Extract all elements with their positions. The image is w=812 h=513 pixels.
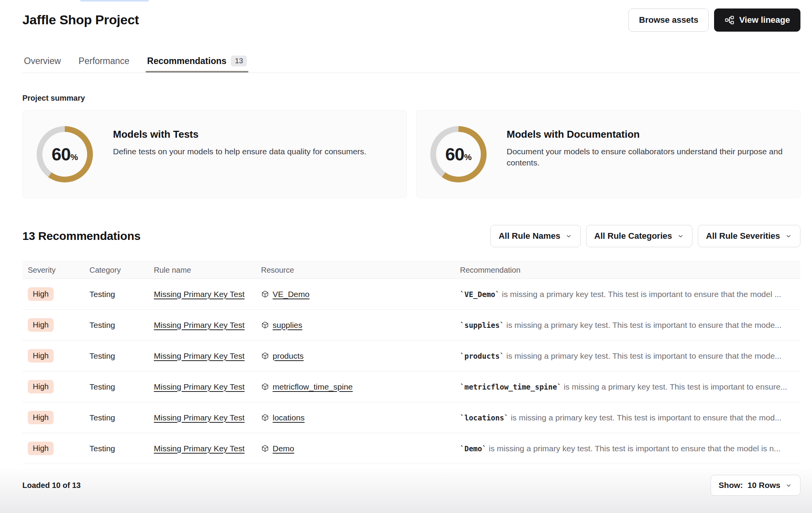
tab-bar: Overview Performance Recommendations 13: [22, 56, 800, 73]
column-header: Category: [89, 266, 154, 275]
severity-badge: High: [28, 442, 54, 455]
recommendations-header: 13 Recommendations All Rule Names All Ru…: [22, 225, 800, 247]
page-title: Jaffle Shop Project: [22, 12, 139, 27]
table-row: High Testing Missing Primary Key Test: [22, 433, 800, 464]
column-header: Severity: [28, 266, 89, 275]
resource-link[interactable]: metricflow_time_spine: [273, 382, 353, 392]
category-cell: Testing: [89, 351, 154, 361]
recommendations-heading: 13 Recommendations: [22, 230, 141, 243]
column-header: Rule name: [154, 266, 261, 275]
browse-assets-label: Browse assets: [639, 15, 698, 25]
filter-dropdown[interactable]: All Rule Names: [490, 225, 581, 247]
severity-cell: High: [28, 411, 89, 424]
show-label: Show:: [719, 481, 743, 490]
model-cube-icon: [261, 290, 269, 298]
donut-percent: 60%: [430, 126, 487, 182]
tab-label: Overview: [24, 56, 61, 66]
lineage-icon: [724, 15, 735, 25]
rule-name-link[interactable]: Missing Primary Key Test: [154, 444, 244, 453]
severity-badge: High: [28, 411, 54, 424]
resource-link[interactable]: products: [273, 351, 304, 361]
resource-cell: products: [261, 351, 460, 361]
page-header: Jaffle Shop Project Browse assets View l…: [22, 0, 800, 32]
model-cube-icon: [261, 352, 269, 360]
summary-cards: 60% Models with Tests Define tests on yo…: [22, 110, 800, 198]
recommendation-cell: `Demo` is missing a primary key test. Th…: [460, 444, 800, 453]
recommendations-table: Severity Category Rule name Resource Rec…: [22, 261, 800, 464]
model-cube-icon: [261, 321, 269, 329]
resource-link[interactable]: supplies: [273, 321, 302, 330]
table-footer: Loaded 10 of 13 Show: 10 Rows: [22, 475, 800, 496]
recommendation-cell: `metricflow_time_spine` is missing a pri…: [460, 382, 800, 392]
resource-link[interactable]: locations: [273, 413, 305, 422]
tab[interactable]: Recommendations 13: [146, 56, 249, 73]
tab-count-badge: 13: [231, 56, 247, 66]
severity-cell: High: [28, 287, 89, 301]
filter-bar: All Rule Names All Rule Categories: [490, 225, 800, 247]
rule-name-link[interactable]: Missing Primary Key Test: [154, 413, 244, 422]
summary-card: 60% Models with Tests Define tests on yo…: [22, 110, 407, 198]
card-description: Define tests on your models to help ensu…: [113, 146, 366, 157]
column-header: Resource: [261, 266, 460, 275]
recommendation-text: is missing a primary key test. This test…: [561, 382, 787, 391]
model-cube-icon: [261, 383, 269, 391]
rule-name-link[interactable]: Missing Primary Key Test: [154, 321, 244, 329]
rows-per-page-dropdown[interactable]: Show: 10 Rows: [711, 475, 800, 496]
column-header: Recommendation: [460, 266, 800, 275]
resource-cell: VE_Demo: [261, 290, 460, 299]
browse-assets-button[interactable]: Browse assets: [628, 8, 709, 32]
filter-label: All Rule Categories: [594, 231, 672, 241]
rule-name-cell: Missing Primary Key Test: [154, 321, 261, 330]
filter-label: All Rule Names: [499, 231, 560, 241]
resource-cell: locations: [261, 413, 460, 422]
view-lineage-label: View lineage: [739, 15, 790, 25]
card-description: Document your models to ensure collabora…: [507, 146, 785, 169]
tab[interactable]: Performance: [77, 56, 131, 73]
recommendation-cell: `supplies` is missing a primary key test…: [460, 321, 800, 330]
filter-dropdown[interactable]: All Rule Categories: [586, 225, 692, 247]
resource-cell: supplies: [261, 321, 460, 330]
rule-name-cell: Missing Primary Key Test: [154, 382, 261, 392]
donut-percent: 60%: [37, 126, 93, 182]
chevron-down-icon: [785, 482, 792, 489]
tab[interactable]: Overview: [22, 56, 62, 73]
rule-name-link[interactable]: Missing Primary Key Test: [154, 351, 244, 360]
table-header-row: Severity Category Rule name Resource Rec…: [22, 261, 800, 279]
severity-cell: High: [28, 380, 89, 393]
severity-cell: High: [28, 318, 89, 332]
tab-label: Recommendations: [147, 56, 227, 66]
view-lineage-button[interactable]: View lineage: [714, 8, 800, 32]
recommendation-cell: `VE_Demo` is missing a primary key test.…: [460, 290, 800, 299]
summary-card: 60% Models with Documentation Document y…: [416, 110, 800, 198]
rule-name-cell: Missing Primary Key Test: [154, 444, 261, 453]
recommendation-text: is missing a primary key test. This test…: [504, 321, 782, 329]
top-notch: [80, 0, 149, 2]
card-text: Models with Documentation Document your …: [507, 111, 785, 197]
resource-link[interactable]: Demo: [273, 444, 294, 453]
resource-link[interactable]: VE_Demo: [273, 290, 310, 299]
table-row: High Testing Missing Primary Key Test: [22, 341, 800, 371]
project-summary-label: Project summary: [22, 94, 800, 103]
rule-name-link[interactable]: Missing Primary Key Test: [154, 290, 244, 299]
category-cell: Testing: [89, 290, 154, 299]
recommendation-code: `locations`: [460, 413, 509, 422]
severity-cell: High: [28, 442, 89, 455]
category-cell: Testing: [89, 382, 154, 392]
loaded-count: Loaded 10 of 13: [22, 481, 81, 490]
recommendation-code: `VE_Demo`: [460, 290, 500, 299]
recommendation-text: is missing a primary key test. This test…: [500, 290, 781, 299]
card-title: Models with Documentation: [507, 128, 785, 140]
filter-label: All Rule Severities: [706, 231, 780, 241]
severity-badge: High: [28, 287, 54, 301]
category-cell: Testing: [89, 321, 154, 330]
resource-cell: Demo: [261, 444, 460, 453]
filter-dropdown[interactable]: All Rule Severities: [698, 225, 800, 247]
tab-label: Performance: [79, 56, 130, 66]
donut-chart: 60%: [37, 126, 93, 182]
card-text: Models with Tests Define tests on your m…: [113, 111, 366, 197]
rule-name-link[interactable]: Missing Primary Key Test: [154, 382, 244, 391]
chevron-down-icon: [565, 232, 573, 240]
donut-chart: 60%: [430, 126, 487, 182]
recommendation-text: is missing a primary key test. This test…: [509, 413, 782, 422]
table-body: High Testing Missing Primary Key Test: [22, 279, 800, 464]
